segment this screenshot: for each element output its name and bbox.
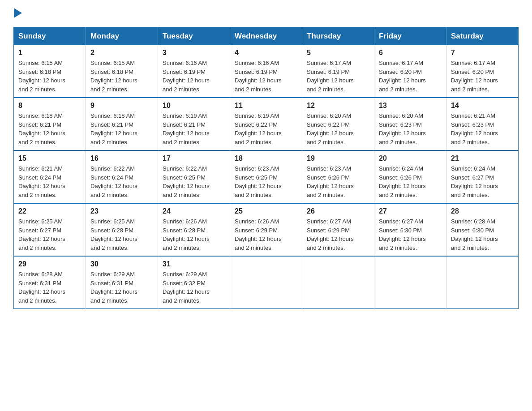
day-number: 31: [163, 260, 225, 268]
day-number: 5: [307, 49, 369, 57]
day-info: Sunrise: 6:20 AM Sunset: 6:22 PM Dayligh…: [307, 111, 369, 146]
day-info: Sunrise: 6:28 AM Sunset: 6:30 PM Dayligh…: [451, 217, 514, 252]
day-number: 1: [18, 49, 81, 57]
calendar-cell: 31 Sunrise: 6:29 AM Sunset: 6:32 PM Dayl…: [158, 256, 230, 309]
day-number: 4: [235, 49, 297, 57]
day-number: 29: [18, 260, 81, 268]
day-number: 12: [307, 102, 369, 110]
logo: [13, 9, 22, 19]
weekday-header-thursday: Thursday: [302, 27, 374, 46]
day-number: 9: [90, 102, 153, 110]
calendar-header-row: SundayMondayTuesdayWednesdayThursdayFrid…: [14, 27, 519, 46]
calendar-cell: 20 Sunrise: 6:24 AM Sunset: 6:26 PM Dayl…: [374, 150, 446, 203]
day-number: 7: [451, 49, 514, 57]
day-info: Sunrise: 6:24 AM Sunset: 6:26 PM Dayligh…: [379, 164, 442, 199]
day-number: 19: [307, 154, 369, 163]
calendar-cell: 5 Sunrise: 6:17 AM Sunset: 6:19 PM Dayli…: [302, 45, 374, 98]
day-number: 28: [451, 207, 514, 215]
day-info: Sunrise: 6:15 AM Sunset: 6:18 PM Dayligh…: [90, 59, 153, 94]
calendar-cell: 6 Sunrise: 6:17 AM Sunset: 6:20 PM Dayli…: [374, 45, 446, 98]
calendar-cell: 21 Sunrise: 6:24 AM Sunset: 6:27 PM Dayl…: [446, 150, 519, 203]
day-number: 13: [379, 102, 442, 110]
logo-arrow-icon: [14, 8, 22, 18]
calendar-table: SundayMondayTuesdayWednesdayThursdayFrid…: [13, 27, 519, 309]
weekday-header-monday: Monday: [86, 27, 158, 46]
day-number: 26: [307, 207, 369, 215]
day-info: Sunrise: 6:19 AM Sunset: 6:21 PM Dayligh…: [163, 111, 225, 146]
day-info: Sunrise: 6:26 AM Sunset: 6:29 PM Dayligh…: [235, 217, 297, 252]
calendar-cell: 9 Sunrise: 6:18 AM Sunset: 6:21 PM Dayli…: [86, 98, 158, 150]
day-info: Sunrise: 6:23 AM Sunset: 6:25 PM Dayligh…: [235, 164, 297, 199]
day-number: 27: [379, 207, 442, 215]
day-info: Sunrise: 6:16 AM Sunset: 6:19 PM Dayligh…: [163, 59, 225, 94]
calendar-cell: 22 Sunrise: 6:25 AM Sunset: 6:27 PM Dayl…: [14, 203, 86, 256]
day-info: Sunrise: 6:25 AM Sunset: 6:28 PM Dayligh…: [90, 217, 153, 252]
day-number: 3: [163, 49, 225, 57]
calendar-cell: 13 Sunrise: 6:20 AM Sunset: 6:23 PM Dayl…: [374, 98, 446, 150]
day-number: 16: [90, 154, 153, 163]
calendar-cell: 12 Sunrise: 6:20 AM Sunset: 6:22 PM Dayl…: [302, 98, 374, 150]
day-info: Sunrise: 6:19 AM Sunset: 6:22 PM Dayligh…: [235, 111, 297, 146]
calendar-cell: 26 Sunrise: 6:27 AM Sunset: 6:29 PM Dayl…: [302, 203, 374, 256]
calendar-week-row: 1 Sunrise: 6:15 AM Sunset: 6:18 PM Dayli…: [14, 45, 519, 98]
calendar-cell: 24 Sunrise: 6:26 AM Sunset: 6:28 PM Dayl…: [158, 203, 230, 256]
day-number: 17: [163, 154, 225, 163]
day-info: Sunrise: 6:16 AM Sunset: 6:19 PM Dayligh…: [235, 59, 297, 94]
weekday-header-friday: Friday: [374, 27, 446, 46]
day-info: Sunrise: 6:18 AM Sunset: 6:21 PM Dayligh…: [90, 111, 153, 146]
day-number: 15: [18, 154, 81, 163]
day-number: 14: [451, 102, 514, 110]
calendar-cell: 7 Sunrise: 6:17 AM Sunset: 6:20 PM Dayli…: [446, 45, 519, 98]
calendar-cell: 29 Sunrise: 6:28 AM Sunset: 6:31 PM Dayl…: [14, 256, 86, 309]
day-info: Sunrise: 6:21 AM Sunset: 6:24 PM Dayligh…: [18, 164, 81, 199]
day-number: 22: [18, 207, 81, 215]
day-info: Sunrise: 6:28 AM Sunset: 6:31 PM Dayligh…: [18, 270, 81, 305]
calendar-cell: [374, 256, 446, 309]
day-info: Sunrise: 6:22 AM Sunset: 6:25 PM Dayligh…: [163, 164, 225, 199]
day-number: 25: [235, 207, 297, 215]
day-info: Sunrise: 6:20 AM Sunset: 6:23 PM Dayligh…: [379, 111, 442, 146]
calendar-cell: 25 Sunrise: 6:26 AM Sunset: 6:29 PM Dayl…: [230, 203, 302, 256]
day-number: 21: [451, 154, 514, 163]
weekday-header-sunday: Sunday: [14, 27, 86, 46]
calendar-cell: 1 Sunrise: 6:15 AM Sunset: 6:18 PM Dayli…: [14, 45, 86, 98]
day-info: Sunrise: 6:22 AM Sunset: 6:24 PM Dayligh…: [90, 164, 153, 199]
page-header: [13, 9, 519, 19]
calendar-week-row: 8 Sunrise: 6:18 AM Sunset: 6:21 PM Dayli…: [14, 98, 519, 150]
calendar-cell: 19 Sunrise: 6:23 AM Sunset: 6:26 PM Dayl…: [302, 150, 374, 203]
calendar-cell: 28 Sunrise: 6:28 AM Sunset: 6:30 PM Dayl…: [446, 203, 519, 256]
day-info: Sunrise: 6:25 AM Sunset: 6:27 PM Dayligh…: [18, 217, 81, 252]
calendar-cell: 27 Sunrise: 6:27 AM Sunset: 6:30 PM Dayl…: [374, 203, 446, 256]
calendar-cell: 18 Sunrise: 6:23 AM Sunset: 6:25 PM Dayl…: [230, 150, 302, 203]
day-number: 6: [379, 49, 442, 57]
day-info: Sunrise: 6:29 AM Sunset: 6:32 PM Dayligh…: [163, 270, 225, 305]
day-info: Sunrise: 6:17 AM Sunset: 6:20 PM Dayligh…: [379, 59, 442, 94]
weekday-header-wednesday: Wednesday: [230, 27, 302, 46]
calendar-week-row: 22 Sunrise: 6:25 AM Sunset: 6:27 PM Dayl…: [14, 203, 519, 256]
day-info: Sunrise: 6:17 AM Sunset: 6:20 PM Dayligh…: [451, 59, 514, 94]
day-info: Sunrise: 6:15 AM Sunset: 6:18 PM Dayligh…: [18, 59, 81, 94]
day-number: 20: [379, 154, 442, 163]
day-info: Sunrise: 6:29 AM Sunset: 6:31 PM Dayligh…: [90, 270, 153, 305]
day-number: 24: [163, 207, 225, 215]
day-info: Sunrise: 6:17 AM Sunset: 6:19 PM Dayligh…: [307, 59, 369, 94]
calendar-cell: 2 Sunrise: 6:15 AM Sunset: 6:18 PM Dayli…: [86, 45, 158, 98]
day-info: Sunrise: 6:26 AM Sunset: 6:28 PM Dayligh…: [163, 217, 225, 252]
calendar-cell: 23 Sunrise: 6:25 AM Sunset: 6:28 PM Dayl…: [86, 203, 158, 256]
calendar-cell: 4 Sunrise: 6:16 AM Sunset: 6:19 PM Dayli…: [230, 45, 302, 98]
weekday-header-tuesday: Tuesday: [158, 27, 230, 46]
day-number: 23: [90, 207, 153, 215]
calendar-week-row: 29 Sunrise: 6:28 AM Sunset: 6:31 PM Dayl…: [14, 256, 519, 309]
day-info: Sunrise: 6:27 AM Sunset: 6:30 PM Dayligh…: [379, 217, 442, 252]
calendar-cell: [446, 256, 519, 309]
calendar-cell: 8 Sunrise: 6:18 AM Sunset: 6:21 PM Dayli…: [14, 98, 86, 150]
calendar-cell: [302, 256, 374, 309]
calendar-cell: 16 Sunrise: 6:22 AM Sunset: 6:24 PM Dayl…: [86, 150, 158, 203]
calendar-cell: [230, 256, 302, 309]
calendar-cell: 30 Sunrise: 6:29 AM Sunset: 6:31 PM Dayl…: [86, 256, 158, 309]
day-number: 10: [163, 102, 225, 110]
day-info: Sunrise: 6:27 AM Sunset: 6:29 PM Dayligh…: [307, 217, 369, 252]
calendar-cell: 15 Sunrise: 6:21 AM Sunset: 6:24 PM Dayl…: [14, 150, 86, 203]
day-number: 11: [235, 102, 297, 110]
calendar-cell: 10 Sunrise: 6:19 AM Sunset: 6:21 PM Dayl…: [158, 98, 230, 150]
